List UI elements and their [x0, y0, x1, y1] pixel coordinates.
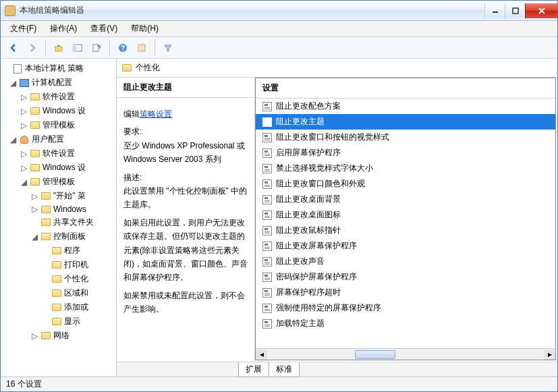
filter-button[interactable] [159, 39, 177, 57]
list-item[interactable]: 加载特定主题 [256, 316, 555, 331]
tree-label: 共享文件夹 [53, 217, 94, 228]
tree-root[interactable]: 本地计算机 策略 [2, 61, 115, 76]
back-button[interactable] [5, 39, 22, 57]
policy-icon [262, 133, 272, 142]
svg-rect-4 [55, 47, 62, 51]
tree-item[interactable]: ▷软件设置 [2, 90, 115, 104]
list-item[interactable]: 禁止选择视觉样式字体大小 [256, 161, 555, 176]
edit-policy-link[interactable]: 策略设置 [140, 109, 172, 119]
maximize-button[interactable] [505, 3, 525, 18]
list-item[interactable]: 阻止更改鼠标指针 [256, 223, 555, 238]
menubar: 文件(F) 操作(A) 查看(V) 帮助(H) [1, 21, 557, 37]
up-button[interactable] [50, 39, 67, 57]
tree-item[interactable]: 添加或 [2, 300, 115, 314]
tab-extended[interactable]: 扩展 [238, 362, 269, 377]
show-hide-tree-button[interactable] [69, 39, 86, 57]
expand-icon: ▷ [20, 107, 28, 116]
scroll-track[interactable] [267, 350, 544, 359]
list-item[interactable]: 强制使用特定的屏幕保护程序 [256, 300, 555, 316]
list-item[interactable]: 启用屏幕保护程序 [256, 145, 555, 161]
tree-computer-config[interactable]: ◢ 计算机配置 [2, 76, 115, 90]
list-item-label: 加载特定主题 [276, 318, 325, 329]
list-item[interactable]: 阻止更改主题 [256, 114, 555, 130]
list-item[interactable]: 阻止更改配色方案 [256, 99, 555, 114]
tree-label: Windows [53, 204, 86, 214]
tree-item[interactable]: ▷Windows 设 [2, 161, 115, 175]
tree-label: 程序 [64, 245, 80, 256]
tree-item[interactable]: ▷Windows [2, 203, 115, 215]
folder-icon [30, 177, 40, 187]
tree-item[interactable]: ▷"开始" 菜 [2, 189, 115, 203]
svg-rect-10 [138, 45, 145, 51]
desc-text-3: 如果禁用或未配置此设置，则不会产生影响。 [123, 289, 248, 316]
tree-item[interactable]: 区域和 [2, 286, 115, 300]
scroll-thumb[interactable] [355, 350, 395, 359]
list-item-label: 阻止更改声音 [276, 256, 325, 267]
folder-icon [51, 317, 62, 327]
policy-icon [262, 257, 272, 267]
policy-icon [262, 195, 272, 204]
tab-standard[interactable]: 标准 [269, 362, 300, 377]
toolbar-separator [155, 40, 155, 55]
list-item[interactable]: 阻止更改桌面图标 [256, 207, 555, 223]
tree-control-panel[interactable]: ◢控制面板 [2, 229, 115, 244]
tree-user-config[interactable]: ◢ 用户配置 [2, 132, 115, 146]
list-item-label: 强制使用特定的屏幕保护程序 [276, 302, 381, 314]
scroll-icon [12, 64, 23, 74]
folder-icon [40, 232, 51, 242]
list-item-label: 阻止更改桌面图标 [276, 209, 341, 221]
expand-icon: ▷ [30, 204, 38, 214]
export-button[interactable] [88, 39, 105, 57]
scroll-right-arrow[interactable]: ▸ [544, 349, 555, 360]
tree-label: Windows 设 [43, 105, 86, 117]
tree-item[interactable]: ▷Windows 设 [2, 104, 115, 118]
tree-item[interactable]: ▷软件设置 [2, 146, 115, 161]
tree-label: "开始" 菜 [53, 190, 86, 202]
tree-item[interactable]: 共享文件夹 [2, 215, 115, 229]
menu-help[interactable]: 帮助(H) [124, 21, 165, 36]
collapse-icon: ◢ [20, 177, 28, 187]
tree-item[interactable]: ▷网络 [2, 329, 115, 343]
menu-file[interactable]: 文件(F) [3, 21, 43, 36]
svg-text:?: ? [121, 45, 125, 52]
list-item[interactable]: 阻止更改桌面背景 [256, 192, 555, 207]
list-item[interactable]: 阻止更改声音 [256, 254, 555, 269]
settings-column-header[interactable]: 设置 [256, 78, 555, 99]
tree-item[interactable]: 程序 [2, 244, 115, 258]
req-text: 至少 Windows XP Professional 或 Windows Ser… [123, 141, 245, 164]
list-item-label: 阻止更改桌面背景 [276, 194, 341, 205]
scroll-left-arrow[interactable]: ◂ [256, 349, 267, 360]
list-item[interactable]: 屏幕保护程序超时 [256, 285, 555, 300]
req-label: 要求: [123, 127, 142, 136]
tree-item[interactable]: 显示 [2, 314, 115, 329]
help-button[interactable]: ? [114, 39, 132, 57]
minimize-button[interactable] [484, 3, 505, 18]
tree-item-personalization[interactable]: 个性化 [2, 272, 115, 286]
computer-icon [19, 78, 30, 88]
folder-icon [51, 275, 62, 284]
svg-rect-1 [513, 8, 518, 13]
tree-item[interactable]: ▷管理模板 [2, 118, 115, 132]
properties-button[interactable] [133, 39, 150, 57]
list-item[interactable]: 阻止更改窗口和按钮的视觉样式 [256, 130, 555, 145]
menu-view[interactable]: 查看(V) [84, 21, 124, 36]
forward-button[interactable] [24, 39, 41, 57]
tree-item[interactable]: 打印机 [2, 258, 115, 272]
folder-icon [122, 64, 132, 72]
settings-list-column: 设置 阻止更改配色方案阻止更改主题阻止更改窗口和按钮的视觉样式启用屏幕保护程序禁… [255, 78, 556, 360]
folder-icon [51, 246, 62, 256]
list-item[interactable]: 阻止更改窗口颜色和外观 [256, 176, 555, 192]
tree-admin-templates[interactable]: ◢管理模板 [2, 175, 115, 189]
description-content: 编辑策略设置 要求:至少 Windows XP Professional 或 W… [117, 98, 254, 325]
desc-label: 描述: [123, 173, 142, 182]
expand-icon: ▷ [20, 121, 28, 130]
list-item[interactable]: 密码保护屏幕保护程序 [256, 269, 555, 285]
list-item-label: 阻止更改配色方案 [276, 101, 341, 112]
list-item[interactable]: 阻止更改屏幕保护程序 [256, 238, 555, 254]
close-button[interactable] [525, 3, 557, 18]
description-column: 阻止更改主题 编辑策略设置 要求:至少 Windows XP Professio… [117, 78, 255, 362]
folder-icon [30, 121, 40, 130]
right-panel: 个性化 阻止更改主题 编辑策略设置 要求:至少 Windows XP Profe… [117, 59, 557, 376]
horizontal-scrollbar[interactable]: ◂ ▸ [256, 348, 555, 360]
menu-action[interactable]: 操作(A) [43, 21, 84, 36]
